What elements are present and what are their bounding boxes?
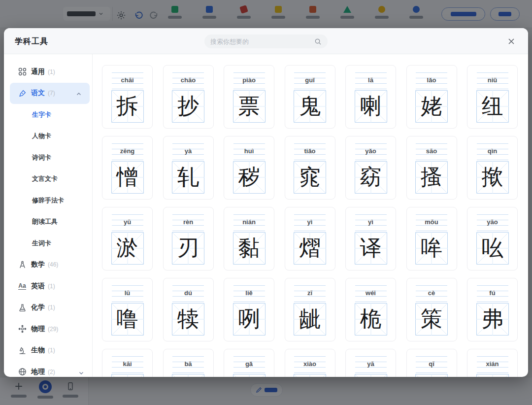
pinyin-grid: piào: [233, 72, 265, 89]
character-text: 憎: [111, 161, 144, 194]
rice-grid: 龇: [294, 303, 326, 336]
compass-icon: [18, 260, 27, 269]
character-card[interactable]: rèn 刃: [163, 207, 214, 270]
pinyin-grid: gǎ: [233, 356, 265, 372]
sidebar-subitem-shici-card[interactable]: 诗词卡: [4, 147, 92, 169]
sidebar-item-english[interactable]: Aa英语(1): [4, 275, 92, 297]
pinyin-grid: rèn: [172, 214, 204, 231]
character-card[interactable]: xián: [467, 349, 518, 377]
pinyin-grid: cè: [416, 285, 447, 302]
sidebar-item-label: 化学: [31, 303, 45, 312]
character-card[interactable]: liě 咧: [224, 278, 274, 341]
pinyin-grid: tiǎo: [294, 143, 326, 160]
character-card[interactable]: yā: [345, 349, 396, 377]
character-card[interactable]: sāo 搔: [406, 136, 457, 200]
sidebar-item-general[interactable]: 通用(1): [4, 61, 92, 83]
character-text: 译: [355, 232, 387, 265]
character-card[interactable]: piào 票: [224, 65, 274, 129]
sidebar-subitem-xiuci-card[interactable]: 修辞手法卡: [4, 190, 92, 211]
character-card[interactable]: yāo 吆: [467, 207, 518, 270]
character-card[interactable]: guǐ 鬼: [285, 65, 335, 129]
character-text: 秽: [233, 161, 266, 194]
sidebar-item-chemistry[interactable]: 化学(1): [4, 297, 92, 319]
character-card[interactable]: chāo 抄: [163, 65, 214, 129]
pinyin-grid: liě: [233, 285, 265, 302]
pinyin-text: bā: [172, 355, 204, 372]
globe-icon: [18, 368, 27, 376]
pinyin-grid: mōu: [416, 214, 447, 231]
sidebar-subitem-wenyanwen-card[interactable]: 文言文卡: [4, 169, 92, 190]
character-card[interactable]: niǔ 纽: [467, 65, 518, 129]
character-card[interactable]: nián 黏: [224, 207, 274, 270]
character-text: 喇: [355, 90, 387, 123]
sidebar-item-physics[interactable]: 物理(29): [4, 318, 92, 340]
search-input[interactable]: [210, 38, 314, 45]
rice-grid: 抄: [172, 90, 204, 123]
sidebar-item-math[interactable]: 数学(46): [4, 254, 92, 276]
pinyin-text: dú: [172, 284, 204, 302]
rice-grid: 桅: [355, 303, 387, 336]
character-card[interactable]: huì 秽: [224, 136, 274, 200]
rice-grid: 鬼: [294, 90, 326, 123]
pinyin-grid: xián: [477, 356, 508, 372]
character-card[interactable]: fú 弗: [467, 278, 518, 341]
rice-grid: 搔: [415, 161, 448, 194]
character-card[interactable]: yū 淤: [102, 207, 153, 270]
character-card[interactable]: lā 喇: [345, 65, 396, 129]
character-text: [111, 374, 144, 377]
chevron-down-icon[interactable]: [78, 369, 84, 375]
character-card[interactable]: chāi 拆: [102, 65, 153, 129]
character-card[interactable]: lū 噜: [102, 278, 153, 341]
chevron-up-icon[interactable]: [76, 90, 82, 96]
character-card[interactable]: cè 策: [406, 278, 457, 341]
character-card[interactable]: lǎo 姥: [406, 65, 457, 129]
pinyin-text: yì: [294, 213, 326, 231]
sidebar-item-chinese[interactable]: 语文(7): [10, 83, 90, 104]
sidebar-subitem-langdu-tool[interactable]: 朗读工具: [4, 211, 92, 233]
character-card[interactable]: tiǎo 窕: [285, 136, 335, 200]
pinyin-text: xiào: [294, 355, 326, 372]
rice-grid: 熠: [294, 232, 326, 265]
character-card[interactable]: mōu 哞: [406, 207, 457, 270]
character-card[interactable]: xiào: [285, 349, 335, 377]
search-bar[interactable]: [204, 34, 328, 48]
sidebar-item-count: (7): [48, 90, 55, 97]
character-card[interactable]: yì 译: [345, 207, 396, 270]
character-card[interactable]: yì 熠: [285, 207, 335, 270]
character-card[interactable]: zēng 憎: [102, 136, 153, 200]
sidebar-item-label: 物理: [31, 325, 45, 334]
pinyin-grid: chāo: [172, 72, 204, 89]
close-icon[interactable]: [507, 37, 515, 45]
character-card[interactable]: qìn 揿: [467, 136, 518, 200]
sidebar-item-count: (1): [48, 304, 55, 311]
character-text: [355, 374, 387, 377]
pinyin-grid: huì: [233, 143, 265, 160]
character-card[interactable]: bā: [163, 349, 214, 377]
rice-grid: 弗: [476, 303, 509, 336]
rice-grid: 刃: [172, 232, 204, 265]
sidebar-item-geography[interactable]: 地理(2): [4, 361, 92, 377]
character-card[interactable]: dú 犊: [163, 278, 214, 341]
sidebar-subitem-label: 生字卡: [32, 110, 51, 119]
sidebar-subitem-shengzi-card[interactable]: 生字卡: [4, 104, 92, 126]
sidebar-item-count: (29): [48, 326, 58, 333]
character-card[interactable]: zī 龇: [285, 278, 335, 341]
pinyin-grid: bā: [172, 356, 204, 372]
pinyin-grid: lā: [355, 72, 387, 89]
character-card[interactable]: qī: [406, 349, 457, 377]
search-icon[interactable]: [314, 38, 322, 45]
character-card[interactable]: gǎ: [224, 349, 274, 377]
rice-grid: [415, 374, 448, 377]
character-card[interactable]: kāi: [102, 349, 153, 377]
sidebar-subitem-renwu-card[interactable]: 人物卡: [4, 126, 92, 147]
character-card[interactable]: wéi 桅: [345, 278, 396, 341]
rice-grid: [233, 374, 266, 377]
pinyin-text: yà: [172, 142, 204, 160]
character-card[interactable]: yǎo 窈: [345, 136, 396, 200]
character-text: [294, 374, 326, 377]
sidebar-subitem-shengci-card[interactable]: 生词卡: [4, 233, 92, 254]
sidebar-item-biology[interactable]: 生物(1): [4, 340, 92, 362]
rice-grid: 译: [355, 232, 387, 265]
character-card[interactable]: yà 轧: [163, 136, 214, 200]
character-text: 鬼: [294, 90, 326, 123]
